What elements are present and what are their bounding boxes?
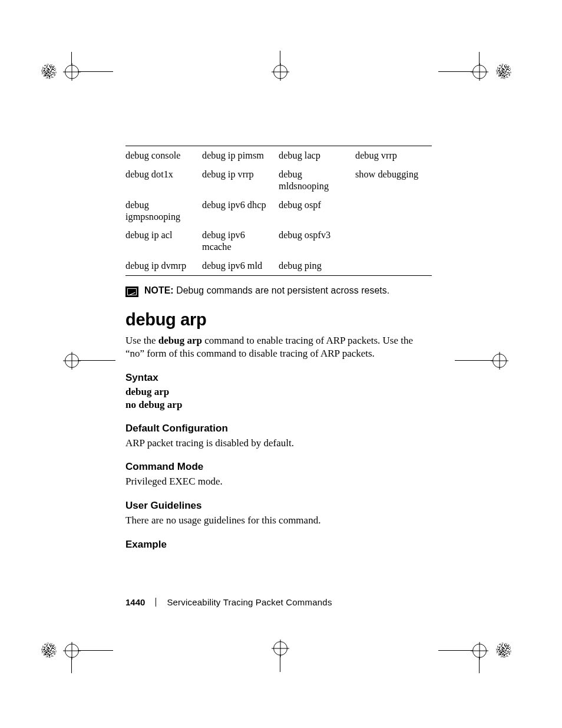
table-cell: debug ip vrrp [202,165,279,196]
table-cell: debug ipv6 dhcp [202,196,279,226]
section-example-heading: Example [125,539,432,551]
table-cell: debug ping [279,256,355,275]
table-cell: debug ospfv3 [279,226,355,256]
note-label: NOTE: [144,285,174,295]
section-syntax-heading: Syntax [125,372,432,384]
table-row: debug console debug ip pimsm debug lacp … [125,146,432,165]
table-cell: debug dot1x [125,165,202,196]
note-block: NOTE: Debug commands are not persistent … [125,285,432,297]
syntax-line: no debug arp [125,399,432,411]
table-cell [355,226,432,256]
note-text: NOTE: Debug commands are not persistent … [144,285,389,296]
table-cell: debug ospf [279,196,355,226]
table-cell: debug ip acl [125,226,202,256]
section-default-body: ARP packet tracing is disabled by defaul… [125,437,432,450]
table-cell: debug console [125,146,202,165]
page-content: debug console debug ip pimsm debug lacp … [125,146,432,553]
table-cell: debug ipv6 mcache [202,226,279,256]
table-cell: debug mldsnooping [279,165,355,196]
table-cell: debug ip pimsm [202,146,279,165]
section-guidelines-heading: User Guidelines [125,500,432,512]
table-cell: debug ipv6 mld [202,256,279,275]
section-cmdmode-body: Privileged EXEC mode. [125,475,432,488]
table-cell [355,196,432,226]
command-description: Use the debug arp command to enable trac… [125,334,432,360]
note-icon [125,286,138,297]
page-number: 1440 [125,597,145,607]
syntax-line: debug arp [125,386,432,398]
table-cell: debug lacp [279,146,355,165]
page-footer: 1440 Serviceability Tracing Packet Comma… [125,597,332,607]
note-body: Debug commands are not persistent across… [176,285,389,295]
footer-divider [156,598,156,607]
section-cmdmode-heading: Command Mode [125,461,432,473]
table-cell: debug igmpsnooping [125,196,202,226]
table-cell: debug vrrp [355,146,432,165]
table-cell [355,256,432,275]
table-cell: show debugging [355,165,432,196]
command-title: debug arp [125,310,432,330]
desc-pre: Use the [125,335,158,346]
table-row: debug ip acl debug ipv6 mcache debug osp… [125,226,432,256]
command-table: debug console debug ip pimsm debug lacp … [125,146,432,276]
table-cell: debug ip dvmrp [125,256,202,275]
section-default-heading: Default Configuration [125,423,432,434]
table-row: debug igmpsnooping debug ipv6 dhcp debug… [125,196,432,226]
table-row: debug dot1x debug ip vrrp debug mldsnoop… [125,165,432,196]
desc-bold: debug arp [158,335,202,346]
section-guidelines-body: There are no usage guidelines for this c… [125,514,432,527]
table-row: debug ip dvmrp debug ipv6 mld debug ping [125,256,432,275]
chapter-title: Serviceability Tracing Packet Commands [167,597,332,607]
